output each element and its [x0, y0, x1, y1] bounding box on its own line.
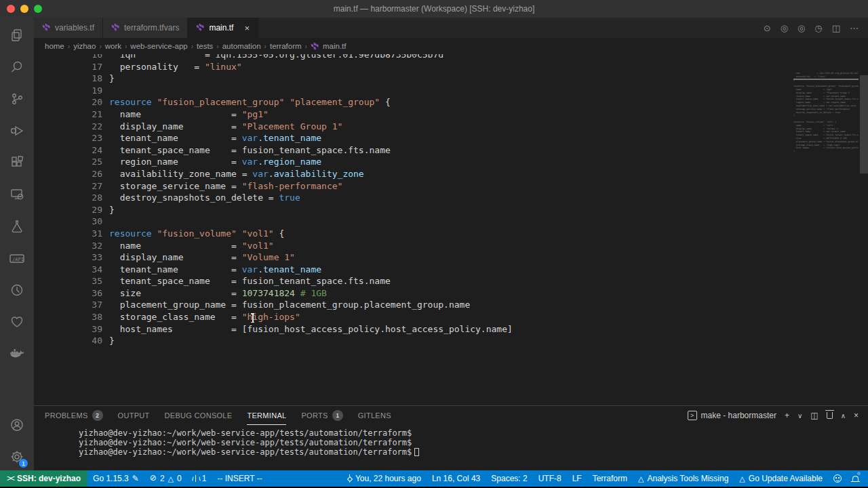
- breadcrumb-item[interactable]: web-service-app: [130, 42, 187, 50]
- line-number: 25: [34, 156, 102, 168]
- code-line-32[interactable]: 32 name = "vol1": [34, 240, 868, 252]
- ports-indicator[interactable]: 1: [187, 470, 212, 487]
- breadcrumb-item[interactable]: automation: [222, 42, 261, 50]
- open-changes-icon[interactable]: ⊙: [764, 23, 771, 33]
- new-terminal-button[interactable]: +: [785, 411, 789, 420]
- split-terminal-icon[interactable]: ◫: [810, 411, 818, 420]
- panel-tab-ports[interactable]: PORTS1: [301, 406, 342, 425]
- code-line-37[interactable]: 37 placement_group_name = fusion_placeme…: [34, 299, 868, 311]
- minimap[interactable]: iqn = iqn:1555-05.org.gluster:01:9e7db87…: [793, 72, 859, 160]
- maximize-panel-icon[interactable]: ∧: [841, 412, 846, 420]
- close-window-button[interactable]: [7, 5, 15, 13]
- tab-variables.tf[interactable]: variables.tf: [34, 18, 103, 38]
- breadcrumb-item[interactable]: tests: [197, 42, 213, 50]
- statusbar-lf[interactable]: LF: [567, 470, 587, 487]
- line-number: 19: [34, 85, 102, 97]
- code-text: host_names = [fusion_host_access_policy.…: [102, 323, 513, 336]
- code-line-27[interactable]: 27 storage_service_name = "flash-perform…: [34, 180, 868, 192]
- split-editor-icon[interactable]: ◫: [832, 23, 840, 33]
- code-line-23[interactable]: 23 tenant_name = var.tenant_name: [34, 132, 868, 144]
- code-text: }: [102, 73, 115, 85]
- explorer-icon[interactable]: [7, 26, 26, 45]
- breadcrumb-item[interactable]: work: [105, 42, 121, 50]
- kill-terminal-icon[interactable]: [827, 412, 833, 419]
- search-icon[interactable]: [7, 58, 26, 77]
- code-line-26[interactable]: 26 availability_zone_name = var.availabi…: [34, 168, 868, 180]
- panel-tab-debug-console[interactable]: DEBUG CONSOLE: [165, 406, 233, 425]
- statusbar-analysis-tools-missing[interactable]: △Analysis Tools Missing: [633, 470, 734, 487]
- code-text: tenant_space_name = fusion_tenant_space.…: [102, 275, 391, 287]
- breadcrumb-item[interactable]: terraform: [270, 42, 302, 50]
- account-icon[interactable]: [7, 415, 26, 434]
- panel-tab-gitlens[interactable]: GITLENS: [358, 406, 391, 425]
- code-text: name = "vol1": [102, 240, 274, 252]
- problems-indicator[interactable]: ⊘ 2 △ 0: [144, 470, 187, 487]
- tab-terraform.tfvars[interactable]: terraform.tfvars: [103, 18, 188, 38]
- code-line-38[interactable]: 38 storage_class_name = "high-iops": [34, 311, 868, 323]
- go-version-indicator[interactable]: Go 1.15.3 ✎: [87, 470, 144, 487]
- panel-tab-terminal[interactable]: TERMINAL: [247, 406, 286, 425]
- line-number: 28: [34, 192, 102, 204]
- statusbar-go-update-available[interactable]: △Go Update Available: [734, 470, 828, 487]
- code-line-16[interactable]: 16 iqn = iqn:1555-05.org.gluster:01:9e7d…: [34, 54, 868, 61]
- testing-icon[interactable]: [7, 217, 26, 236]
- terminal-session-selector[interactable]: > make - harbormaster: [688, 411, 776, 420]
- code-line-31[interactable]: 31resource "fusion_volume" "vol1" {: [34, 228, 868, 240]
- code-line-29[interactable]: 29}: [34, 204, 868, 216]
- statusbar-ln-16-col-43[interactable]: Ln 16, Col 43: [427, 470, 486, 487]
- gitlens-compare-branch-icon[interactable]: ◎: [797, 23, 805, 33]
- zoom-window-button[interactable]: [34, 5, 42, 13]
- editor-scrollbar[interactable]: [860, 75, 868, 174]
- file-history-icon[interactable]: ◷: [814, 23, 822, 33]
- statusbar-utf-8[interactable]: UTF-8: [533, 470, 567, 487]
- code-line-33[interactable]: 33 display_name = "Volume 1": [34, 251, 868, 264]
- code-line-22[interactable]: 22 display_name = "Placement Group 1": [34, 121, 868, 133]
- code-line-36[interactable]: 36 size = 1073741824 # 1GB: [34, 287, 868, 300]
- api-client-icon[interactable]: /API: [7, 249, 26, 268]
- code-line-39[interactable]: 39 host_names = [fusion_host_access_poli…: [34, 323, 868, 336]
- code-editor[interactable]: 16 iqn = iqn:1555-05.org.gluster:01:9e7d…: [34, 54, 868, 405]
- code-line-20[interactable]: 20resource "fusion_placement_group" "pla…: [34, 96, 868, 108]
- code-line-17[interactable]: 17 personality = "linux": [34, 61, 868, 73]
- terminal-output[interactable]: yizhao@dev-yizhao:~/work/web-service-app…: [34, 429, 868, 470]
- panel-tab-problems[interactable]: PROBLEMS2: [45, 406, 103, 425]
- code-line-21[interactable]: 21 name = "pg1": [34, 108, 868, 121]
- extensions-icon[interactable]: [7, 153, 26, 172]
- code-line-35[interactable]: 35 tenant_space_name = fusion_tenant_spa…: [34, 275, 868, 287]
- vim-mode-indicator[interactable]: -- INSERT --: [212, 470, 267, 487]
- run-debug-icon[interactable]: [7, 121, 26, 140]
- gitlens-compare-working-icon[interactable]: ◎: [781, 23, 788, 33]
- code-line-34[interactable]: 34 tenant_name = var.tenant_name: [34, 264, 868, 276]
- statusbar-feedback-icon[interactable]: [828, 470, 847, 487]
- breadcrumb-item[interactable]: yizhao: [73, 42, 96, 50]
- close-tab-icon[interactable]: ×: [244, 23, 250, 33]
- statusbar-spaces-2[interactable]: Spaces: 2: [486, 470, 532, 487]
- statusbar-you-22-hours-ago[interactable]: You, 22 hours ago: [342, 470, 427, 487]
- sponsor-heart-icon[interactable]: [7, 312, 26, 331]
- breadcrumb-item[interactable]: main.tf: [323, 42, 347, 50]
- code-line-19[interactable]: 19: [34, 85, 868, 97]
- statusbar-bell-icon[interactable]: [847, 470, 864, 487]
- code-line-28[interactable]: 28 destroy_snapshots_on_delete = true: [34, 192, 868, 204]
- more-actions-icon[interactable]: ⋯: [850, 23, 859, 33]
- settings-gear-icon[interactable]: 1: [7, 447, 26, 466]
- source-control-icon[interactable]: [7, 89, 26, 108]
- statusbar-terraform[interactable]: Terraform: [587, 470, 633, 487]
- terminal-dropdown-icon[interactable]: ∨: [797, 412, 802, 420]
- breadcrumb-item[interactable]: home: [45, 42, 64, 50]
- line-number: 16: [34, 54, 102, 61]
- close-panel-icon[interactable]: ×: [854, 411, 859, 420]
- docker-icon[interactable]: [7, 344, 26, 363]
- tab-main.tf[interactable]: main.tf×: [188, 18, 258, 38]
- code-line-18[interactable]: 18}: [34, 73, 868, 85]
- code-line-40[interactable]: 40}: [34, 335, 868, 347]
- remote-indicator[interactable]: >< SSH: dev-yizhao: [0, 470, 87, 487]
- code-line-24[interactable]: 24 tenant_space_name = fusion_tenant_spa…: [34, 144, 868, 157]
- code-line-30[interactable]: 30: [34, 216, 868, 228]
- minimize-window-button[interactable]: [20, 5, 28, 13]
- activity-bar: /API 1: [0, 18, 34, 470]
- panel-tab-output[interactable]: OUTPUT: [118, 406, 150, 425]
- gitlens-icon[interactable]: [7, 281, 26, 300]
- code-line-25[interactable]: 25 region_name = var.region_name: [34, 156, 868, 168]
- remote-explorer-icon[interactable]: [7, 185, 26, 204]
